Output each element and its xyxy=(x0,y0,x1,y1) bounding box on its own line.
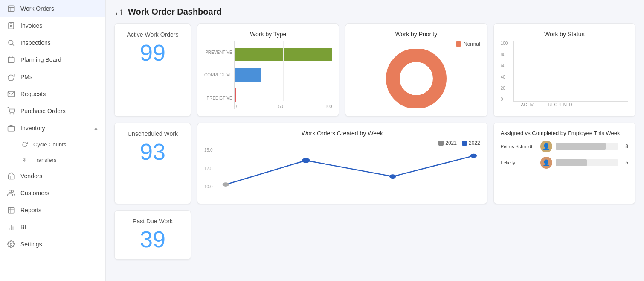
page-header: Work Order Dashboard xyxy=(114,7,635,17)
work-by-status-card: Work by Status 100 80 60 40 20 0 xyxy=(493,23,635,117)
employee-name-petrus: Petrus Schmidt xyxy=(501,144,537,149)
dashboard-grid: Active Work Orders 99 Work by Type PREVE… xyxy=(114,23,635,260)
sidebar-label-inventory: Inventory xyxy=(20,125,88,132)
status-label-reopened: REOPENED xyxy=(548,102,571,107)
employee-row-felicity: Felicity 👤 5 xyxy=(501,157,628,169)
unscheduled-work-card: Unscheduled Work 93 xyxy=(114,123,191,204)
employee-value-felicity: 5 xyxy=(621,160,628,166)
sidebar-label-purchase-orders: Purchase Orders xyxy=(20,108,99,114)
x-axis-0: 0 xyxy=(235,104,237,109)
active-work-orders-label: Active Work Orders xyxy=(122,31,184,38)
week-legend-2021: 2021 xyxy=(445,140,457,146)
bar-label-preventive: PREVENTIVE xyxy=(204,50,232,55)
reports-icon xyxy=(7,206,15,214)
active-work-orders-card: Active Work Orders 99 xyxy=(114,23,191,117)
y-0: 0 xyxy=(501,97,508,102)
employee-bar-track-petrus xyxy=(556,143,618,150)
sidebar-item-inventory[interactable]: Inventory ▲ xyxy=(0,120,105,137)
sidebar-item-planning-board[interactable]: Planning Board xyxy=(0,51,105,68)
line-y-10: 10.0 xyxy=(204,184,212,189)
sidebar-label-bi: BI xyxy=(20,224,99,231)
week-legend-2022-dot xyxy=(462,140,467,146)
y-40: 40 xyxy=(501,75,508,79)
dashboard-icon xyxy=(114,7,124,17)
sidebar-label-inspections: Inspections xyxy=(20,39,99,46)
y-60: 60 xyxy=(501,63,508,68)
past-due-work-label: Past Due Work xyxy=(122,217,184,225)
sidebar-item-requests[interactable]: Requests xyxy=(0,85,105,102)
svg-point-26 xyxy=(121,9,122,11)
line-y-125: 12.5 xyxy=(204,166,212,171)
bar-corrective xyxy=(235,68,261,82)
planning-board-icon xyxy=(7,56,15,64)
bi-icon xyxy=(7,223,15,231)
sidebar-item-pms[interactable]: PMs xyxy=(0,68,105,85)
employee-bar-felicity xyxy=(556,159,587,166)
point-2 xyxy=(302,158,310,163)
x-axis-50: 50 xyxy=(278,104,283,109)
sidebar-item-cycle-counts[interactable]: Cycle Counts xyxy=(0,137,105,152)
sidebar-label-work-orders: Work Orders xyxy=(20,5,99,12)
line-chart-svg xyxy=(219,148,480,189)
settings-icon xyxy=(7,240,15,249)
employee-avatar-felicity: 👤 xyxy=(540,157,552,169)
svg-point-13 xyxy=(10,114,11,114)
week-legend-2021-dot xyxy=(438,140,444,146)
work-by-priority-card: Work by Priority Normal xyxy=(345,23,487,117)
sidebar-item-invoices[interactable]: Invoices xyxy=(0,17,105,34)
line-y-15: 15.0 xyxy=(204,148,212,152)
sidebar-item-settings[interactable]: Settings xyxy=(0,236,105,253)
inventory-icon xyxy=(7,124,15,132)
work-by-type-card: Work by Type PREVENTIVE CORRECTIVE PREDI… xyxy=(197,23,339,117)
work-orders-by-week-card: Work Orders Created by Week 2021 2022 15… xyxy=(197,123,487,204)
sidebar-item-purchase-orders[interactable]: Purchase Orders xyxy=(0,102,105,120)
svg-rect-0 xyxy=(8,6,14,12)
sidebar-item-customers[interactable]: Customers xyxy=(0,184,105,202)
svg-point-25 xyxy=(10,243,12,246)
sidebar-label-cycle-counts: Cycle Counts xyxy=(33,141,99,148)
point-4 xyxy=(470,154,477,158)
purchase-orders-icon xyxy=(7,107,15,115)
employee-name-felicity: Felicity xyxy=(501,160,537,165)
sidebar-item-vendors[interactable]: Vendors xyxy=(0,167,105,184)
transfers-icon xyxy=(20,155,29,164)
unscheduled-work-label: Unscheduled Work xyxy=(122,130,184,138)
sidebar-item-transfers[interactable]: Transfers xyxy=(0,152,105,167)
employee-value-petrus: 8 xyxy=(621,143,628,149)
sidebar-item-inspections[interactable]: Inspections xyxy=(0,34,105,51)
x-axis-100: 100 xyxy=(325,104,332,109)
sidebar-label-invoices: Invoices xyxy=(20,22,99,29)
week-legend-2022: 2022 xyxy=(469,140,480,146)
active-work-orders-value: 99 xyxy=(122,40,184,65)
pms-icon xyxy=(7,73,15,81)
sidebar-item-work-orders[interactable]: Work Orders xyxy=(0,0,105,17)
svg-point-7 xyxy=(9,40,13,45)
sidebar-item-reports[interactable]: Reports xyxy=(0,202,105,219)
page-title: Work Order Dashboard xyxy=(128,7,222,17)
employee-bar-petrus xyxy=(556,143,606,150)
svg-rect-18 xyxy=(8,207,14,213)
employee-bar-track-felicity xyxy=(556,159,618,166)
main-content: Work Order Dashboard Active Work Orders … xyxy=(106,0,644,281)
sidebar-item-bi[interactable]: BI xyxy=(0,219,105,236)
work-by-type-title: Work by Type xyxy=(204,31,332,38)
y-80: 80 xyxy=(501,52,508,57)
y-100: 100 xyxy=(501,41,508,46)
bar-label-predictive: PREDICTIVE xyxy=(204,96,232,100)
priority-legend-label: Normal xyxy=(464,41,480,47)
sidebar-label-vendors: Vendors xyxy=(20,173,99,179)
svg-point-17 xyxy=(9,190,12,193)
sidebar-label-pms: PMs xyxy=(20,73,99,80)
customers-icon xyxy=(7,189,15,197)
assigned-vs-completed-title: Assigned vs Completed by Employee This W… xyxy=(501,130,628,136)
y-20: 20 xyxy=(501,86,508,91)
sidebar-label-settings: Settings xyxy=(20,241,99,248)
employee-avatar-petrus: 👤 xyxy=(540,140,552,152)
cycle-counts-icon xyxy=(20,140,29,149)
svg-rect-9 xyxy=(8,57,14,63)
donut-chart-svg xyxy=(382,49,450,108)
employee-row-petrus: Petrus Schmidt 👤 8 xyxy=(501,140,628,152)
svg-rect-15 xyxy=(8,126,15,131)
sidebar-label-reports: Reports xyxy=(20,207,99,214)
work-by-priority-title: Work by Priority xyxy=(352,31,480,38)
